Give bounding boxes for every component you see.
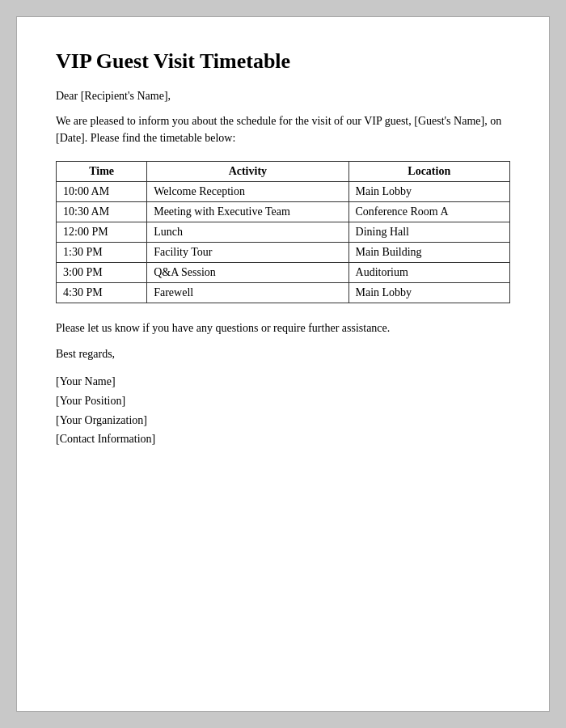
regards-text: Best regards, xyxy=(56,348,510,361)
cell-activity: Facility Tour xyxy=(147,243,348,263)
signature-organization: [Your Organization] xyxy=(56,411,510,430)
intro-text: We are pleased to inform you about the s… xyxy=(56,112,510,146)
table-header-row: Time Activity Location xyxy=(57,162,510,182)
timetable: Time Activity Location 10:00 AMWelcome R… xyxy=(56,161,510,303)
cell-activity: Lunch xyxy=(147,222,348,243)
cell-time: 10:00 AM xyxy=(57,182,147,202)
cell-activity: Welcome Reception xyxy=(147,182,348,202)
cell-location: Dining Hall xyxy=(348,222,509,243)
signature-name: [Your Name] xyxy=(56,372,510,392)
table-row: 10:30 AMMeeting with Executive TeamConfe… xyxy=(57,202,510,222)
header-activity: Activity xyxy=(147,162,348,182)
cell-time: 4:30 PM xyxy=(57,283,147,303)
cell-location: Main Lobby xyxy=(348,182,509,202)
document-title: VIP Guest Visit Timetable xyxy=(56,49,510,74)
cell-time: 10:30 AM xyxy=(57,202,147,222)
cell-activity: Q&A Session xyxy=(147,263,348,283)
table-row: 1:30 PMFacility TourMain Building xyxy=(57,243,510,263)
table-row: 10:00 AMWelcome ReceptionMain Lobby xyxy=(57,182,510,202)
signature-contact: [Contact Information] xyxy=(56,430,510,449)
header-location: Location xyxy=(348,162,509,182)
cell-time: 1:30 PM xyxy=(57,243,147,263)
header-time: Time xyxy=(57,162,147,182)
signature-position: [Your Position] xyxy=(56,392,510,411)
cell-location: Conference Room A xyxy=(348,202,509,222)
cell-location: Auditorium xyxy=(348,263,509,283)
closing-text: Please let us know if you have any quest… xyxy=(56,320,510,336)
signature-block: [Your Name] [Your Position] [Your Organi… xyxy=(56,372,510,449)
cell-location: Main Building xyxy=(348,243,509,263)
salutation-text: Dear [Recipient's Name], xyxy=(56,90,510,103)
cell-activity: Farewell xyxy=(147,283,348,303)
cell-activity: Meeting with Executive Team xyxy=(147,202,348,222)
table-row: 3:00 PMQ&A SessionAuditorium xyxy=(57,263,510,283)
cell-time: 12:00 PM xyxy=(57,222,147,243)
table-row: 12:00 PMLunchDining Hall xyxy=(57,222,510,243)
cell-location: Main Lobby xyxy=(348,283,509,303)
table-row: 4:30 PMFarewellMain Lobby xyxy=(57,283,510,303)
document-page: VIP Guest Visit Timetable Dear [Recipien… xyxy=(16,16,550,712)
cell-time: 3:00 PM xyxy=(57,263,147,283)
